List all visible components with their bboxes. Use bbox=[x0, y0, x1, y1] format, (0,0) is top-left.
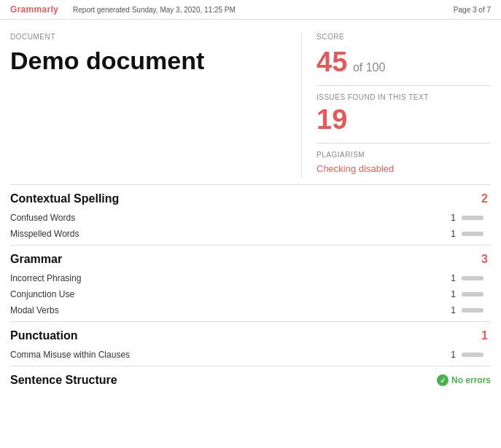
category-right: 2 bbox=[481, 192, 491, 205]
sub-item: Conjunction Use 1 bbox=[10, 286, 491, 302]
sub-item-right: 1 bbox=[447, 229, 491, 239]
sub-item: Confused Words 1 bbox=[10, 210, 491, 226]
sub-item-bar bbox=[462, 276, 483, 280]
sub-item-count: 1 bbox=[447, 229, 456, 239]
category-count: 2 bbox=[481, 192, 488, 205]
sub-item-right: 1 bbox=[447, 350, 491, 360]
category-right: ✓ No errors bbox=[437, 374, 491, 386]
score-of: of 100 bbox=[353, 61, 385, 74]
main-content: DOCUMENT Demo document SCORE 45 of 100 I… bbox=[0, 20, 501, 184]
page-info: Page 3 of 7 bbox=[454, 6, 491, 14]
category-header: Punctuation 1 bbox=[10, 321, 491, 347]
issues-label: ISSUES FOUND IN THIS TEXT bbox=[316, 93, 491, 101]
sub-item-right: 1 bbox=[447, 273, 491, 283]
checking-disabled-text: Checking disabled bbox=[316, 163, 491, 174]
sub-item-name: Modal Verbs bbox=[10, 305, 59, 315]
report-info: Report generated Sunday, May 3, 2020, 11… bbox=[73, 6, 236, 14]
category-count: 3 bbox=[481, 253, 488, 266]
document-label: DOCUMENT bbox=[10, 33, 287, 41]
no-errors-badge: ✓ No errors bbox=[437, 374, 491, 386]
sub-item-right: 1 bbox=[447, 305, 491, 315]
sub-item-right: 1 bbox=[447, 289, 491, 299]
sub-item: Misspelled Words 1 bbox=[10, 226, 491, 242]
category-header: Sentence Structure ✓ No errors bbox=[10, 366, 491, 391]
sub-item-right: 1 bbox=[447, 213, 491, 223]
sub-item-count: 1 bbox=[447, 350, 456, 360]
category-section: Grammar 3 Incorrect Phrasing 1 Conjuncti… bbox=[10, 245, 491, 318]
sub-item-bar bbox=[462, 232, 483, 236]
divider-2 bbox=[316, 143, 491, 144]
document-title: Demo document bbox=[10, 47, 287, 75]
category-section: Contextual Spelling 2 Confused Words 1 M… bbox=[10, 184, 491, 242]
category-title: Sentence Structure bbox=[10, 374, 117, 387]
score-label: SCORE bbox=[316, 33, 491, 41]
category-title: Grammar bbox=[10, 253, 62, 266]
sub-item-name: Incorrect Phrasing bbox=[10, 273, 81, 283]
score-row: 45 of 100 bbox=[316, 47, 491, 78]
sub-item-bar bbox=[462, 292, 483, 296]
category-section: Sentence Structure ✓ No errors bbox=[10, 366, 491, 391]
category-title: Punctuation bbox=[10, 329, 77, 342]
sub-item-name: Conjunction Use bbox=[10, 289, 74, 299]
sub-item: Incorrect Phrasing 1 bbox=[10, 270, 491, 286]
score-section: SCORE 45 of 100 ISSUES FOUND IN THIS TEX… bbox=[301, 33, 491, 177]
category-header: Grammar 3 bbox=[10, 245, 491, 270]
document-section: DOCUMENT Demo document bbox=[10, 33, 301, 177]
check-icon: ✓ bbox=[437, 374, 448, 386]
sub-item-bar bbox=[462, 308, 483, 313]
issues-count: 19 bbox=[316, 104, 491, 135]
sub-item-bar bbox=[462, 353, 483, 357]
plagiarism-label: PLAGIARISM bbox=[316, 151, 491, 159]
sub-item-name: Comma Misuse within Clauses bbox=[10, 350, 130, 360]
sub-item-name: Confused Words bbox=[10, 213, 75, 223]
category-right: 1 bbox=[481, 329, 491, 342]
category-right: 3 bbox=[481, 253, 491, 266]
sub-item-count: 1 bbox=[447, 273, 456, 283]
page-header: Grammarly Report generated Sunday, May 3… bbox=[0, 0, 501, 20]
sub-item-count: 1 bbox=[447, 289, 456, 299]
no-errors-text: No errors bbox=[451, 375, 491, 385]
category-header: Contextual Spelling 2 bbox=[10, 184, 491, 210]
sub-item-bar bbox=[462, 216, 483, 220]
grammarly-logo: Grammarly bbox=[10, 4, 58, 15]
category-section: Punctuation 1 Comma Misuse within Clause… bbox=[10, 321, 491, 363]
categories-section: Contextual Spelling 2 Confused Words 1 M… bbox=[0, 184, 501, 404]
score-value: 45 bbox=[316, 47, 347, 77]
category-title: Contextual Spelling bbox=[10, 192, 119, 205]
sub-item-count: 1 bbox=[447, 213, 456, 223]
sub-item: Modal Verbs 1 bbox=[10, 302, 491, 318]
category-count: 1 bbox=[481, 329, 488, 342]
sub-item-count: 1 bbox=[447, 305, 456, 315]
sub-item: Comma Misuse within Clauses 1 bbox=[10, 347, 491, 363]
sub-item-name: Misspelled Words bbox=[10, 229, 79, 239]
divider-1 bbox=[316, 85, 491, 86]
